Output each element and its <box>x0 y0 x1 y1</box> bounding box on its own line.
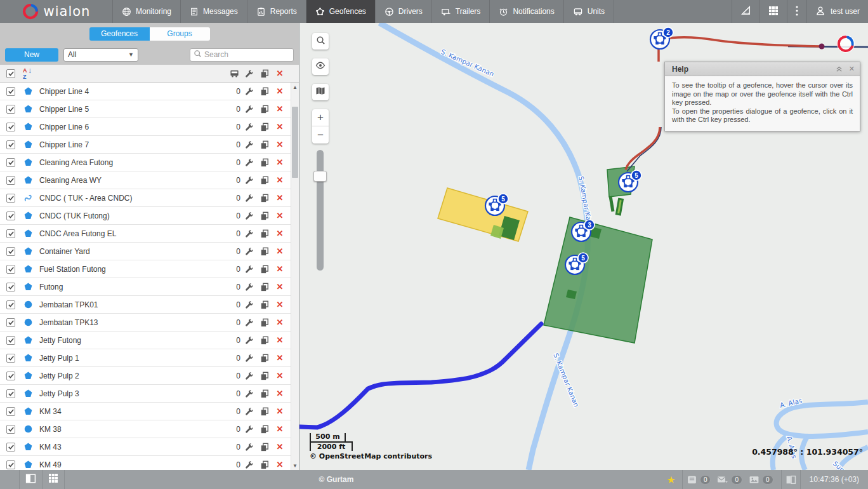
list-item[interactable]: Cleaning Area Futong0✕ <box>0 154 299 171</box>
geofence-cluster-marker[interactable]: 3 <box>570 219 595 245</box>
scroll-thumb[interactable] <box>292 107 298 178</box>
close-icon[interactable]: ✕ <box>849 65 855 73</box>
list-item[interactable]: Chipper Line 40✕ <box>0 83 299 100</box>
row-checkbox[interactable] <box>6 389 15 398</box>
delete-icon[interactable]: ✕ <box>272 443 287 451</box>
edit-icon[interactable] <box>242 336 257 345</box>
list-item[interactable]: Chipper Line 60✕ <box>0 118 299 136</box>
edit-icon[interactable] <box>242 211 257 220</box>
edit-icon[interactable] <box>242 354 257 363</box>
list-item[interactable]: Futong0✕ <box>0 278 299 296</box>
geofence-cluster-marker[interactable]: 5 <box>563 252 589 278</box>
list-item[interactable]: Jetty Pulp 10✕ <box>0 349 299 367</box>
delete-icon[interactable]: ✕ <box>272 140 287 149</box>
edit-icon[interactable] <box>242 265 257 274</box>
delete-icon[interactable]: ✕ <box>272 265 287 273</box>
sort-az-icon[interactable]: A↓Z <box>23 67 34 80</box>
edit-all-icon[interactable] <box>242 69 257 78</box>
row-checkbox[interactable] <box>6 354 15 363</box>
row-checkbox[interactable] <box>6 407 15 416</box>
zoom-slider-handle[interactable] <box>313 171 327 182</box>
edit-icon[interactable] <box>242 176 257 185</box>
copy-icon[interactable] <box>257 300 272 309</box>
geofence-cluster-marker[interactable]: 5 <box>483 193 509 218</box>
bottom-apps-button[interactable] <box>43 470 65 489</box>
nav-tab-trailers[interactable]: Trailers <box>432 0 490 23</box>
geofence-cluster-marker[interactable]: 2 <box>648 27 674 52</box>
list-item[interactable]: Jembatan TPK010✕ <box>0 296 299 314</box>
list-scrollbar[interactable]: ▲ ▼ <box>291 83 299 470</box>
copy-icon[interactable] <box>257 247 272 256</box>
delete-icon[interactable]: ✕ <box>272 425 287 433</box>
layout-button[interactable] <box>781 470 800 489</box>
copy-icon[interactable] <box>257 176 272 185</box>
delete-icon[interactable]: ✕ <box>272 389 287 398</box>
delete-icon[interactable]: ✕ <box>272 229 287 238</box>
delete-icon[interactable]: ✕ <box>272 336 287 344</box>
nav-tab-monitoring[interactable]: Monitoring <box>113 0 181 23</box>
map-visibility-button[interactable] <box>312 58 329 75</box>
row-checkbox[interactable] <box>6 176 15 185</box>
delete-icon[interactable]: ✕ <box>272 158 287 166</box>
zoom-in-button[interactable]: + <box>312 109 329 126</box>
copy-icon[interactable] <box>257 389 272 398</box>
map-search-button[interactable] <box>312 33 329 50</box>
search-input[interactable] <box>204 50 290 59</box>
delete-icon[interactable]: ✕ <box>272 300 287 309</box>
row-checkbox[interactable] <box>6 443 15 452</box>
row-checkbox[interactable] <box>6 158 15 167</box>
copy-all-icon[interactable] <box>257 69 272 78</box>
map-layers-button[interactable] <box>312 84 329 100</box>
copy-icon[interactable] <box>257 283 272 291</box>
geofence-cluster-marker[interactable]: 5 <box>617 170 642 195</box>
delete-icon[interactable]: ✕ <box>272 460 287 469</box>
zoom-out-button[interactable]: − <box>312 126 329 144</box>
delete-icon[interactable]: ✕ <box>272 87 287 95</box>
delete-icon[interactable]: ✕ <box>272 354 287 362</box>
scroll-down-icon[interactable]: ▼ <box>291 462 299 469</box>
delete-icon[interactable]: ✕ <box>272 176 287 184</box>
toggle-panel-button[interactable] <box>19 470 43 489</box>
list-item[interactable]: Jetty Futong0✕ <box>0 332 299 349</box>
edit-icon[interactable] <box>242 283 257 291</box>
edit-icon[interactable] <box>242 87 257 96</box>
map-canvas[interactable]: S. Kampar Kanan S. Kampar Kanan S. Kampa… <box>299 23 868 470</box>
list-item[interactable]: Fuel Station Futong0✕ <box>0 260 299 278</box>
edit-icon[interactable] <box>242 105 257 114</box>
nav-tab-units[interactable]: Units <box>564 0 614 23</box>
list-item[interactable]: Container Yard0✕ <box>0 243 299 260</box>
delete-icon[interactable]: ✕ <box>272 194 287 202</box>
nav-tab-drivers[interactable]: Drivers <box>376 0 432 23</box>
delete-icon[interactable]: ✕ <box>272 211 287 220</box>
edit-icon[interactable] <box>242 372 257 380</box>
copy-icon[interactable] <box>257 318 272 327</box>
list-item[interactable]: CNDC (TUK Futong)0✕ <box>0 207 299 225</box>
list-item[interactable]: CNDC Area Futong EL0✕ <box>0 225 299 243</box>
edit-icon[interactable] <box>242 158 257 167</box>
copy-icon[interactable] <box>257 87 272 96</box>
copy-icon[interactable] <box>257 443 272 452</box>
delete-icon[interactable]: ✕ <box>272 123 287 131</box>
row-checkbox[interactable] <box>6 211 15 220</box>
select-all-checkbox[interactable] <box>6 69 15 78</box>
list-item[interactable]: Jetty Pulp 20✕ <box>0 367 299 385</box>
row-checkbox[interactable] <box>6 140 15 149</box>
row-checkbox[interactable] <box>6 123 15 131</box>
edit-icon[interactable] <box>242 247 257 256</box>
notes-icon[interactable] <box>687 474 697 485</box>
copy-icon[interactable] <box>257 123 272 131</box>
copy-icon[interactable] <box>257 407 272 416</box>
row-checkbox[interactable] <box>6 283 15 291</box>
tab-groups[interactable]: Groups <box>150 27 210 41</box>
copy-icon[interactable] <box>257 372 272 380</box>
edit-icon[interactable] <box>242 460 257 469</box>
copy-icon[interactable] <box>257 354 272 363</box>
copy-icon[interactable] <box>257 158 272 167</box>
list-item[interactable]: Chipper Line 70✕ <box>0 136 299 154</box>
delete-icon[interactable]: ✕ <box>272 283 287 291</box>
user-menu[interactable]: test user <box>806 0 868 23</box>
copy-icon[interactable] <box>257 336 272 345</box>
list-item[interactable]: Jetty Pulp 30✕ <box>0 385 299 403</box>
new-geofence-button[interactable]: New <box>5 48 58 62</box>
edit-icon[interactable] <box>242 389 257 398</box>
